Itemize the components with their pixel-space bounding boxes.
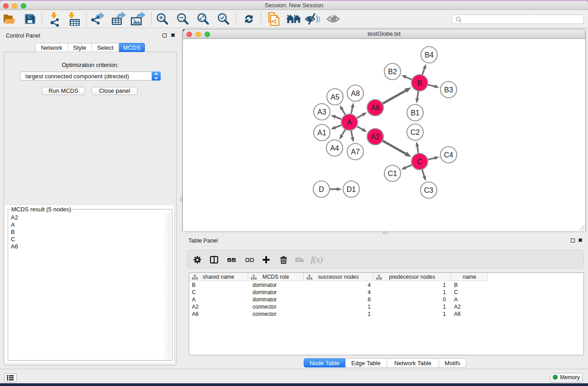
svg-text:B4: B4 [425,51,434,59]
svg-text:A3: A3 [317,108,326,116]
svg-text:D: D [319,186,324,193]
svg-text:A7: A7 [351,148,360,156]
svg-text:B3: B3 [444,86,453,94]
svg-text:A8: A8 [351,90,360,97]
svg-text:C1: C1 [388,170,397,177]
svg-text:B: B [417,79,422,87]
svg-text:A: A [347,119,352,126]
svg-text:B2: B2 [388,68,397,76]
svg-text:A4: A4 [330,144,339,152]
svg-text:A5: A5 [330,93,339,101]
svg-text:A2: A2 [371,133,380,141]
svg-text:C3: C3 [424,186,434,194]
svg-text:A1: A1 [317,129,326,137]
svg-text:C2: C2 [411,129,420,136]
svg-text:A6: A6 [371,104,380,112]
svg-text:B1: B1 [411,109,420,117]
svg-text:D1: D1 [347,186,356,193]
svg-text:C4: C4 [444,151,454,159]
svg-text:C: C [417,158,422,166]
